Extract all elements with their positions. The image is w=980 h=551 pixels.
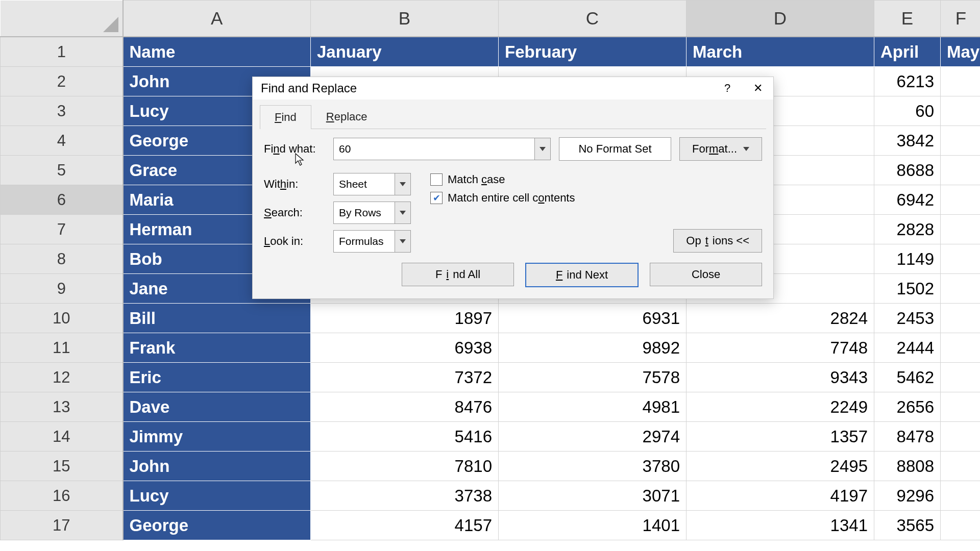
- row-header[interactable]: 12: [1, 363, 123, 392]
- lookin-select[interactable]: Formulas: [333, 230, 411, 253]
- data-cell[interactable]: 5462: [874, 363, 941, 392]
- data-cell[interactable]: [941, 215, 981, 244]
- find-all-button[interactable]: Find All: [402, 263, 514, 286]
- find-what-combo[interactable]: [333, 138, 551, 160]
- data-cell[interactable]: 3565: [874, 511, 941, 540]
- data-cell[interactable]: 5416: [311, 422, 499, 452]
- col-header-F[interactable]: F: [941, 1, 981, 37]
- col-header-D[interactable]: D: [687, 1, 874, 37]
- dialog-titlebar[interactable]: Find and Replace ? ✕: [253, 77, 773, 99]
- data-cell[interactable]: 4157: [311, 511, 499, 540]
- name-cell[interactable]: Bill: [123, 304, 311, 333]
- data-cell[interactable]: [941, 511, 981, 540]
- format-button[interactable]: Format...: [679, 137, 762, 161]
- row-header[interactable]: 17: [1, 511, 123, 540]
- data-cell[interactable]: [941, 304, 981, 333]
- header-cell[interactable]: February: [499, 37, 687, 67]
- data-cell[interactable]: 4981: [499, 392, 687, 422]
- search-select[interactable]: By Rows: [333, 202, 411, 224]
- data-cell[interactable]: 7578: [499, 363, 687, 392]
- data-cell[interactable]: [941, 481, 981, 511]
- chevron-down-icon[interactable]: [395, 202, 410, 223]
- close-button[interactable]: Close: [650, 263, 762, 286]
- data-cell[interactable]: [941, 392, 981, 422]
- find-next-button[interactable]: Find Next: [525, 263, 639, 287]
- match-case-checkbox[interactable]: Match case: [430, 173, 575, 186]
- row-header[interactable]: 6: [1, 185, 123, 215]
- data-cell[interactable]: 1401: [499, 511, 687, 540]
- row-header[interactable]: 15: [1, 452, 123, 481]
- data-cell[interactable]: 8478: [874, 422, 941, 452]
- data-cell[interactable]: [941, 185, 981, 215]
- select-all-corner[interactable]: [1, 1, 123, 37]
- header-cell[interactable]: May: [941, 37, 981, 67]
- data-cell[interactable]: 2824: [687, 304, 874, 333]
- data-cell[interactable]: 1341: [687, 511, 874, 540]
- data-cell[interactable]: 4197: [687, 481, 874, 511]
- data-cell[interactable]: 2444: [874, 333, 941, 363]
- data-cell[interactable]: 2453: [874, 304, 941, 333]
- row-header[interactable]: 5: [1, 156, 123, 185]
- data-cell[interactable]: 1357: [687, 422, 874, 452]
- find-what-input[interactable]: [334, 143, 534, 155]
- data-cell[interactable]: 3738: [311, 481, 499, 511]
- tab-replace[interactable]: Replace: [311, 105, 382, 129]
- data-cell[interactable]: [941, 67, 981, 96]
- options-button[interactable]: Options <<: [673, 229, 762, 253]
- data-cell[interactable]: 7372: [311, 363, 499, 392]
- data-cell[interactable]: 6938: [311, 333, 499, 363]
- row-header[interactable]: 13: [1, 392, 123, 422]
- data-cell[interactable]: 9296: [874, 481, 941, 511]
- match-entire-checkbox[interactable]: Match entire cell contents: [430, 191, 575, 205]
- name-cell[interactable]: Frank: [123, 333, 311, 363]
- row-header[interactable]: 14: [1, 422, 123, 452]
- data-cell[interactable]: [941, 363, 981, 392]
- header-cell[interactable]: March: [687, 37, 874, 67]
- col-header-A[interactable]: A: [123, 1, 311, 37]
- row-header[interactable]: 8: [1, 244, 123, 274]
- help-button[interactable]: ?: [712, 77, 743, 99]
- row-header[interactable]: 4: [1, 126, 123, 156]
- row-header[interactable]: 7: [1, 215, 123, 244]
- data-cell[interactable]: 3842: [874, 126, 941, 156]
- data-cell[interactable]: 6931: [499, 304, 687, 333]
- data-cell[interactable]: 3071: [499, 481, 687, 511]
- data-cell[interactable]: 1502: [874, 274, 941, 304]
- data-cell[interactable]: [941, 452, 981, 481]
- name-cell[interactable]: Lucy: [123, 481, 311, 511]
- data-cell[interactable]: 8808: [874, 452, 941, 481]
- name-cell[interactable]: Dave: [123, 392, 311, 422]
- data-cell[interactable]: 8688: [874, 156, 941, 185]
- col-header-E[interactable]: E: [874, 1, 941, 37]
- header-cell[interactable]: January: [311, 37, 499, 67]
- data-cell[interactable]: 3780: [499, 452, 687, 481]
- row-header[interactable]: 1: [1, 37, 123, 67]
- data-cell[interactable]: 7748: [687, 333, 874, 363]
- row-header[interactable]: 2: [1, 67, 123, 96]
- data-cell[interactable]: 8476: [311, 392, 499, 422]
- name-cell[interactable]: Jimmy: [123, 422, 311, 452]
- data-cell[interactable]: 1149: [874, 244, 941, 274]
- col-header-C[interactable]: C: [499, 1, 687, 37]
- data-cell[interactable]: 2828: [874, 215, 941, 244]
- data-cell[interactable]: 6942: [874, 185, 941, 215]
- chevron-down-icon[interactable]: [534, 138, 550, 160]
- close-icon[interactable]: ✕: [743, 77, 773, 99]
- row-header[interactable]: 3: [1, 96, 123, 126]
- row-header[interactable]: 11: [1, 333, 123, 363]
- data-cell[interactable]: 9892: [499, 333, 687, 363]
- row-header[interactable]: 10: [1, 304, 123, 333]
- name-cell[interactable]: Eric: [123, 363, 311, 392]
- row-header[interactable]: 16: [1, 481, 123, 511]
- within-select[interactable]: Sheet: [333, 173, 411, 195]
- tab-find[interactable]: Find: [260, 105, 311, 129]
- data-cell[interactable]: [941, 244, 981, 274]
- data-cell[interactable]: [941, 333, 981, 363]
- name-cell[interactable]: John: [123, 452, 311, 481]
- header-cell[interactable]: April: [874, 37, 941, 67]
- col-header-B[interactable]: B: [311, 1, 499, 37]
- header-cell[interactable]: Name: [123, 37, 311, 67]
- data-cell[interactable]: 7810: [311, 452, 499, 481]
- data-cell[interactable]: 9343: [687, 363, 874, 392]
- data-cell[interactable]: 6213: [874, 67, 941, 96]
